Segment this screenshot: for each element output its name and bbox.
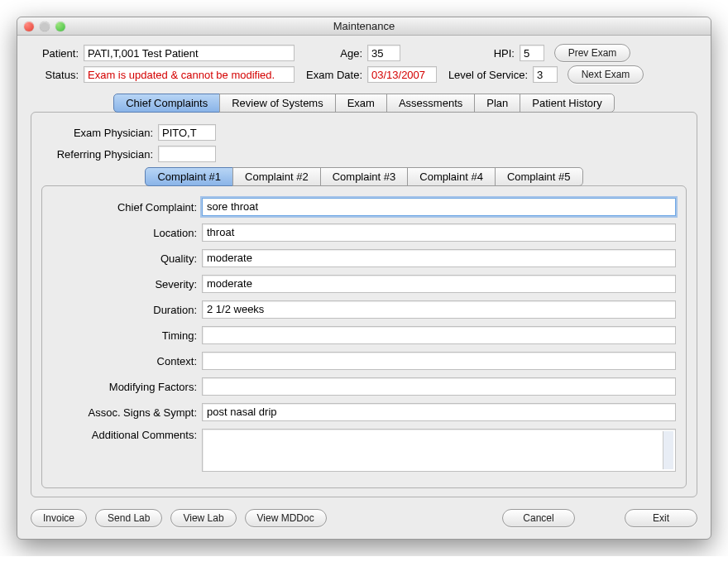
exam-date-label: Exam Date:	[299, 69, 362, 81]
severity-field[interactable]: moderate	[202, 275, 676, 293]
tab-complaint-4[interactable]: Complaint #4	[407, 167, 496, 186]
footer-bar: Invoice Send Lab View Lab View MDDoc Can…	[31, 509, 697, 527]
exam-physician-field[interactable]: PITO,T	[158, 124, 216, 141]
referring-physician-label: Referring Physician:	[41, 148, 153, 161]
referring-physician-field[interactable]	[158, 146, 216, 162]
modifying-factors-field[interactable]	[202, 377, 676, 396]
complaint-panel: Chief Complaint: sore throat Location: t…	[41, 185, 687, 488]
duration-field[interactable]: 2 1/2 weeks	[202, 300, 676, 319]
additional-comments-field[interactable]	[202, 429, 676, 472]
location-label: Location:	[52, 227, 197, 239]
window-title: Maintenance	[17, 20, 711, 32]
timing-field[interactable]	[202, 326, 676, 344]
age-label: Age:	[329, 47, 362, 60]
timing-label: Timing:	[52, 329, 197, 342]
complaint-tabbar: Complaint #1 Complaint #2 Complaint #3 C…	[41, 167, 687, 186]
patient-label: Patient:	[31, 47, 79, 60]
context-label: Context:	[52, 355, 197, 367]
severity-label: Severity:	[52, 278, 197, 290]
modifying-factors-label: Modifying Factors:	[52, 381, 197, 393]
exam-physician-label: Exam Physician:	[41, 127, 153, 139]
quality-field[interactable]: moderate	[202, 249, 676, 267]
view-lab-button[interactable]: View Lab	[170, 509, 236, 527]
titlebar: Maintenance	[17, 17, 711, 36]
window-content: Patient: PATI,T,001 Test Patient Age: 35…	[17, 36, 711, 539]
tab-assessments[interactable]: Assessments	[386, 94, 475, 113]
tab-chief-complaints[interactable]: Chief Complaints	[113, 94, 220, 113]
level-of-service-field[interactable]: 3	[533, 66, 558, 83]
tab-patient-history[interactable]: Patient History	[520, 94, 615, 113]
exit-button[interactable]: Exit	[625, 509, 697, 527]
location-field[interactable]: throat	[202, 223, 676, 242]
level-of-service-label: Level of Service:	[442, 69, 528, 81]
send-lab-button[interactable]: Send Lab	[95, 509, 162, 527]
next-exam-button[interactable]: Next Exam	[568, 65, 644, 84]
exam-date-field[interactable]: 03/13/2007	[367, 66, 437, 83]
quality-label: Quality:	[52, 252, 197, 265]
hpi-label: HPI:	[488, 47, 515, 60]
invoice-button[interactable]: Invoice	[31, 509, 87, 527]
cancel-button[interactable]: Cancel	[502, 509, 575, 527]
chief-complaint-label: Chief Complaint:	[52, 201, 197, 214]
context-field[interactable]	[202, 352, 676, 370]
additional-comments-label: Additional Comments:	[52, 429, 197, 441]
patient-field[interactable]: PATI,T,001 Test Patient	[84, 45, 295, 61]
chief-complaints-panel: Exam Physician: PITO,T Referring Physici…	[31, 112, 697, 497]
tab-plan[interactable]: Plan	[474, 94, 520, 113]
tab-review-of-systems[interactable]: Review of Systems	[219, 94, 336, 113]
view-mddoc-button[interactable]: View MDDoc	[245, 509, 327, 527]
status-label: Status:	[31, 69, 79, 81]
tab-complaint-5[interactable]: Complaint #5	[495, 167, 583, 186]
duration-label: Duration:	[52, 304, 197, 316]
tab-complaint-3[interactable]: Complaint #3	[320, 167, 409, 186]
prev-exam-button[interactable]: Prev Exam	[554, 44, 630, 62]
tab-exam[interactable]: Exam	[335, 94, 387, 113]
main-tabbar: Chief Complaints Review of Systems Exam …	[31, 94, 697, 113]
assoc-signs-field[interactable]: post nasal drip	[202, 403, 676, 421]
tab-complaint-1[interactable]: Complaint #1	[145, 167, 233, 186]
age-field[interactable]: 35	[367, 45, 400, 61]
status-field: Exam is updated & cannot be modified.	[84, 66, 295, 83]
assoc-signs-label: Assoc. Signs & Sympt:	[52, 406, 197, 419]
chief-complaint-field[interactable]: sore throat	[202, 198, 676, 216]
hpi-field[interactable]: 5	[520, 45, 544, 61]
app-window: Maintenance Patient: PATI,T,001 Test Pat…	[17, 17, 711, 540]
tab-complaint-2[interactable]: Complaint #2	[232, 167, 321, 186]
